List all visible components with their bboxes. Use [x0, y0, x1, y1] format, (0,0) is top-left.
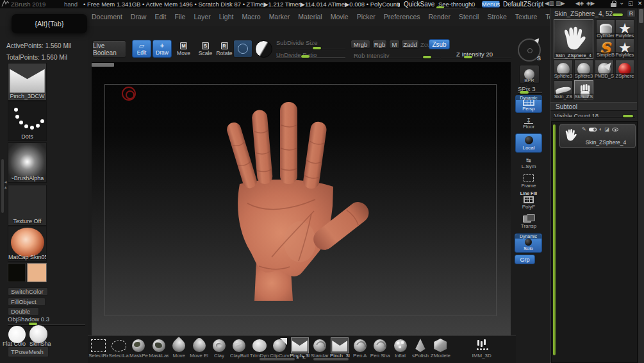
tool-thumbnail[interactable]: Sphere3: [574, 60, 593, 79]
floor-button[interactable]: ↧ Floor: [516, 117, 541, 130]
dynamic-persp-button[interactable]: Dynamic Persp: [515, 95, 542, 113]
undivide-ratio-knob[interactable]: [301, 55, 310, 58]
panel-scrollbar[interactable]: [638, 8, 644, 363]
polypaint-brush-icon[interactable]: ✎: [582, 127, 586, 132]
tray-pager-arrows-icon[interactable]: ▲▼: [295, 355, 307, 359]
gyro-sphere-icon[interactable]: [255, 40, 272, 58]
rgb-button[interactable]: Rgb: [372, 40, 387, 49]
tool-thumbnail[interactable]: Skin_ZS: [574, 80, 593, 99]
edit-button[interactable]: ▱ Edit: [132, 40, 151, 58]
subtool-scrollbar[interactable]: [553, 124, 556, 355]
rgb-intensity-knob[interactable]: [423, 56, 431, 58]
see-through-knob[interactable]: [436, 6, 444, 8]
menu-item[interactable]: Picker: [357, 13, 376, 21]
divider-left-icon[interactable]: ◀◈: [575, 0, 584, 6]
shelf-collapse-arrows-icon[interactable]: ◂▴: [4, 180, 7, 190]
menu-item[interactable]: Edit: [154, 13, 166, 21]
subdivide-size-knob[interactable]: [313, 47, 321, 49]
tposemesh-button[interactable]: TPoseMesh: [8, 346, 49, 357]
secondary-color-swatch[interactable]: [27, 263, 47, 282]
brush-item[interactable]: Move El: [189, 338, 209, 363]
dock-right-panel-icon[interactable]: ▥▶: [556, 0, 565, 6]
sidebar-button[interactable]: Double: [8, 307, 39, 316]
move-button[interactable]: M Move: [174, 40, 193, 58]
sidebar-button[interactable]: SwitchColor: [8, 287, 48, 296]
menu-item[interactable]: Movie: [331, 13, 349, 21]
quicksave-button[interactable]: QuickSave: [404, 1, 434, 8]
lock-icon[interactable]: [611, 3, 616, 7]
brush-item[interactable]: Inflat: [390, 338, 410, 363]
brush-item[interactable]: Pen A: [350, 338, 370, 363]
live-boolean-button[interactable]: Live Boolean: [92, 40, 126, 58]
subtool-section-header[interactable]: Subtool: [550, 102, 637, 111]
default-zscript-button[interactable]: DefaultZScript: [503, 1, 543, 8]
lazy-stroke-indicator[interactable]: S: [518, 38, 541, 62]
subtool-item[interactable]: ✎ ◐ ◪ Skin_ZSphere_4: [559, 124, 636, 148]
tool-thumbnail[interactable]: Sphere3: [554, 60, 573, 79]
z-intensity-knob[interactable]: [464, 56, 472, 58]
spix-knob[interactable]: [520, 91, 529, 94]
menus-button[interactable]: Menus: [482, 1, 500, 8]
visible-count-knob[interactable]: [623, 115, 633, 117]
brush-item[interactable]: MaskPe: [129, 338, 149, 363]
r-restore-button[interactable]: R: [627, 10, 636, 17]
brush-item[interactable]: SelectLa: [108, 338, 128, 363]
mask-toggle-icon[interactable]: ◪: [605, 127, 610, 132]
zsub-button[interactable]: Zsub: [429, 39, 450, 49]
visibility-eye-icon[interactable]: [612, 128, 618, 131]
tool-thumbnail[interactable]: SimpleB: [596, 38, 615, 58]
tool-header-knob[interactable]: [613, 13, 623, 16]
z-intensity-slider[interactable]: [441, 58, 511, 58]
menu-item[interactable]: Stencil: [459, 13, 479, 21]
tray-pager-right-bar[interactable]: [313, 358, 349, 360]
sculptris-pro-button[interactable]: [233, 40, 252, 58]
shelf-thumbnail[interactable]: MatCap Skin05: [8, 226, 47, 262]
sidebar-button[interactable]: FillObject: [8, 298, 45, 306]
menu-item[interactable]: Stroke: [487, 13, 506, 21]
transparency-button[interactable]: Transp: [516, 214, 541, 229]
tray-pager-left-bar[interactable]: [260, 358, 295, 360]
menu-item[interactable]: Document: [92, 13, 122, 21]
undivide-ratio-slider[interactable]: [276, 57, 345, 58]
m-button[interactable]: M: [389, 40, 400, 49]
menu-item[interactable]: Light: [219, 13, 234, 21]
draw-button[interactable]: + Draw: [153, 40, 172, 58]
main-color-swatch[interactable]: [8, 263, 26, 282]
menu-item[interactable]: Material: [298, 13, 322, 21]
menu-item[interactable]: Marker: [269, 13, 290, 21]
shelf-thumbnail[interactable]: Texture Off: [8, 185, 47, 226]
menu-item[interactable]: Texture: [515, 13, 537, 21]
shelf-thumbnail[interactable]: ~BrushAlpha: [8, 142, 47, 183]
brush-item[interactable]: sPolish: [410, 338, 430, 363]
objshadow-slider[interactable]: [8, 325, 85, 325]
shelf-thumbnail[interactable]: Pinch_3DCW: [8, 63, 47, 101]
minimize-icon[interactable]: ⌄: [619, 0, 624, 6]
shelf-thumbnail[interactable]: Dots: [8, 101, 47, 141]
mrgb-button[interactable]: Mrgb: [351, 40, 370, 49]
bpr-render-button[interactable]: BPR: [519, 65, 540, 84]
restore-icon[interactable]: ◱: [628, 0, 633, 6]
scale-button[interactable]: S Scale: [196, 40, 215, 58]
lsym-button[interactable]: ↹ L.Sym: [516, 158, 541, 169]
active-tool-thumbnail[interactable]: Skin_ZSphere_4: [554, 19, 593, 59]
tool-thumbnail[interactable]: PolyMes: [615, 38, 634, 58]
local-symmetry-button[interactable]: Local: [515, 133, 542, 153]
brush-item[interactable]: SelectRe: [88, 338, 108, 363]
menu-item[interactable]: Layer: [194, 13, 210, 21]
menu-item[interactable]: Draw: [131, 13, 147, 21]
brush-item[interactable]: Clay: [209, 338, 229, 363]
menu-item[interactable]: Render: [428, 13, 450, 21]
brush-item[interactable]: Move: [169, 338, 189, 363]
polyframe-button[interactable]: Line Fill PolyF: [516, 191, 541, 210]
brush-item[interactable]: IMM_3D: [472, 338, 491, 363]
canvas-resize-handle[interactable]: [92, 63, 114, 67]
tool-thumbnail[interactable]: Skin_ZS: [554, 80, 573, 99]
brush-item[interactable]: ZModele: [431, 338, 450, 363]
document-canvas[interactable]: [92, 62, 511, 335]
menu-item[interactable]: Preferences: [384, 13, 420, 21]
menu-item[interactable]: File: [174, 13, 185, 21]
zadd-button[interactable]: Zadd: [401, 40, 419, 49]
brush-item[interactable]: MaskLas: [149, 338, 169, 363]
sculpted-hand-model[interactable]: [218, 96, 378, 301]
menu-item[interactable]: Macro: [242, 13, 260, 21]
